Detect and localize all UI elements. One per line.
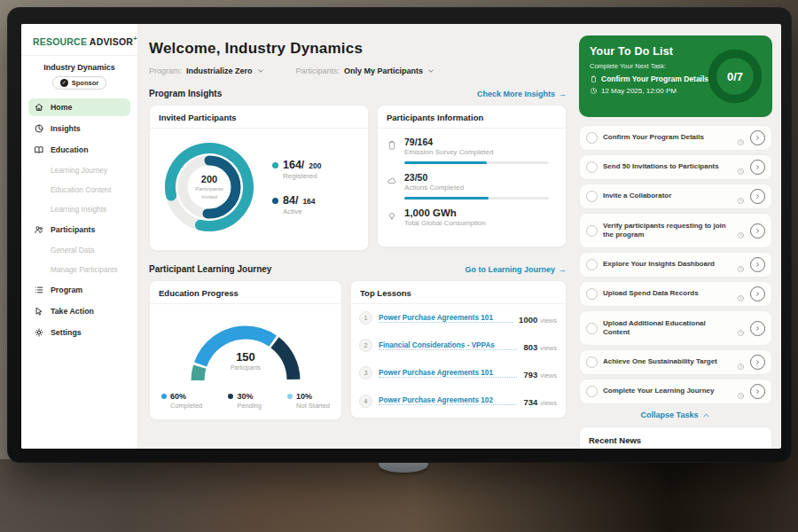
- learning-journey-header: Participant Learning Journey Go to Learn…: [149, 264, 567, 274]
- collapse-label: Collapse Tasks: [641, 411, 699, 419]
- arrow-right-icon: →: [559, 90, 567, 98]
- task-checkbox[interactable]: [586, 323, 598, 334]
- logo-plus: +: [133, 35, 137, 43]
- logo-secondary: ADVISOR: [90, 36, 133, 47]
- chevron-down-icon: [257, 67, 264, 74]
- active-value: 84/: [283, 194, 298, 207]
- main-content: Welcome, Industry Dynamics Program: Indu…: [138, 24, 579, 449]
- task-go-button[interactable]: [750, 384, 765, 399]
- pending-clock-icon: [737, 387, 745, 395]
- task-list: Confirm Your Program Details Send 50 Inv…: [579, 125, 772, 404]
- task-upload-spend-data[interactable]: Upload Spend Data Records: [579, 281, 772, 307]
- sidebar-item-general-data[interactable]: General Data: [28, 242, 130, 258]
- task-verify-participants[interactable]: Verify participants requesting to join t…: [579, 213, 772, 248]
- task-complete-learning-journey[interactable]: Complete Your Learning Journey: [579, 379, 772, 404]
- task-checkbox[interactable]: [586, 191, 598, 202]
- task-upload-educational-content[interactable]: Upload Additional Educational Content: [579, 310, 772, 346]
- task-label: Confirm Your Program Details: [603, 133, 732, 142]
- task-go-button[interactable]: [750, 160, 765, 175]
- program-dropdown[interactable]: Program: Industrialize Zero: [149, 66, 264, 75]
- donut-center: 200 Participants Invited: [153, 131, 265, 243]
- lesson-link[interactable]: Financial Considerations - VPPAs: [379, 341, 517, 350]
- invited-chart-area: 200 Participants Invited: [150, 129, 368, 243]
- task-send-invitations[interactable]: Send 50 Invitations to Participants: [579, 154, 772, 180]
- registered-dot: [272, 162, 278, 168]
- gauge-legend: 60% Completed 30% Pending 10% Not Starte…: [150, 392, 341, 410]
- invited-participants-card: Invited Participants 200: [149, 105, 369, 251]
- active-dot: [272, 198, 278, 204]
- pending-clock-icon: [737, 358, 745, 366]
- task-go-button[interactable]: [750, 223, 765, 239]
- collapse-tasks-link[interactable]: Collapse Tasks: [579, 411, 772, 419]
- sidebar-item-settings[interactable]: Settings: [28, 324, 130, 341]
- app-logo: RESOURCE ADVISOR+: [21, 35, 137, 47]
- task-achieve-target[interactable]: Achieve One Sustainability Target: [579, 349, 772, 375]
- task-checkbox[interactable]: [586, 356, 598, 368]
- task-go-button[interactable]: [750, 130, 765, 145]
- lesson-link[interactable]: Power Purchase Agreements 101: [379, 314, 512, 323]
- task-checkbox[interactable]: [586, 386, 598, 397]
- lesson-link[interactable]: Power Purchase Agreements 102: [379, 396, 517, 405]
- task-go-button[interactable]: [750, 189, 765, 204]
- task-label: Send 50 Invitations to Participants: [603, 162, 732, 171]
- sidebar-item-learning-insights[interactable]: Learning Insights: [28, 201, 130, 217]
- task-go-button[interactable]: [750, 321, 765, 336]
- stat-emission-survey: 79/164 Emission Survey Completed: [378, 129, 566, 164]
- sidebar-item-learning-journey[interactable]: Learning Journey: [28, 162, 130, 178]
- task-explore-insights[interactable]: Explore Your Insights Dashboard: [579, 252, 772, 278]
- sponsor-icon: ✓: [60, 79, 68, 87]
- sidebar-item-participants[interactable]: Participants: [28, 221, 130, 239]
- participants-count-label: Participants: [179, 364, 312, 371]
- legend-registered: 164/200 Registered: [272, 159, 322, 180]
- program-value: Industrialize Zero: [186, 66, 253, 75]
- task-go-button[interactable]: [750, 286, 765, 301]
- check-more-insights-link[interactable]: Check More Insights →: [477, 90, 567, 98]
- participants-information-card: Participants Information 79/164 Emission…: [377, 105, 567, 247]
- lesson-link[interactable]: Power Purchase Agreements 101: [379, 369, 517, 378]
- rank-badge: 4: [359, 395, 372, 408]
- monitor-bezel: RESOURCE ADVISOR+ Industry Dynamics ✓ Sp…: [7, 7, 792, 463]
- sidebar-item-label: Settings: [51, 328, 82, 337]
- people-icon: [34, 224, 44, 235]
- task-checkbox[interactable]: [586, 132, 598, 144]
- views-count: 734: [523, 397, 537, 407]
- sidebar-item-take-action[interactable]: Take Action: [28, 302, 130, 320]
- sponsor-badge[interactable]: ✓ Sponsor: [52, 76, 106, 90]
- sidebar-item-manage-participants[interactable]: Manage Participants: [28, 262, 130, 278]
- sidebar-item-insights[interactable]: Insights: [28, 120, 130, 137]
- task-checkbox[interactable]: [586, 288, 598, 300]
- sidebar-item-education-content[interactable]: Education Content: [28, 182, 130, 198]
- task-checkbox[interactable]: [586, 259, 598, 270]
- participants-dropdown[interactable]: Participants: Only My Participants: [296, 66, 435, 75]
- sidebar-item-education[interactable]: Education: [28, 141, 130, 159]
- sidebar-item-program[interactable]: Program: [28, 281, 130, 299]
- task-checkbox[interactable]: [586, 161, 598, 173]
- sidebar-item-home[interactable]: Home: [28, 98, 130, 116]
- card-title: Invited Participants: [150, 106, 368, 129]
- task-confirm-program[interactable]: Confirm Your Program Details: [579, 125, 772, 151]
- card-title: Participants Information: [378, 106, 566, 129]
- task-go-button[interactable]: [750, 257, 765, 272]
- pending-clock-icon: [737, 163, 745, 171]
- not-started-dot: [287, 394, 293, 399]
- rank-badge: 2: [359, 339, 372, 352]
- sponsor-label: Sponsor: [72, 79, 98, 87]
- sidebar-nav: Home Insights Education Learning Journey…: [21, 98, 137, 341]
- stat-value: 1,000 GWh: [404, 207, 555, 218]
- pending-clock-icon: [737, 261, 745, 269]
- views-count: 803: [523, 342, 537, 352]
- task-checkbox[interactable]: [586, 225, 598, 237]
- pending-clock-icon: [737, 290, 745, 298]
- task-invite-collaborator[interactable]: Invite a Collaborator: [579, 184, 772, 209]
- task-label: Upload Spend Data Records: [603, 289, 732, 298]
- sidebar-item-label: Participants: [51, 225, 95, 234]
- go-to-learning-journey-link[interactable]: Go to Learning Journey →: [465, 265, 567, 274]
- dashboard-screen: RESOURCE ADVISOR+ Industry Dynamics ✓ Sp…: [21, 24, 781, 449]
- link-label: Go to Learning Journey: [465, 265, 555, 274]
- task-go-button[interactable]: [750, 355, 765, 370]
- insights-cards-row: Invited Participants 200: [149, 105, 567, 251]
- gauge-chart: 150 Participants: [179, 311, 312, 386]
- sidebar-item-label: Education: [51, 145, 89, 154]
- pending-clock-icon: [737, 227, 745, 235]
- legend-completed: 60% Completed: [161, 392, 202, 410]
